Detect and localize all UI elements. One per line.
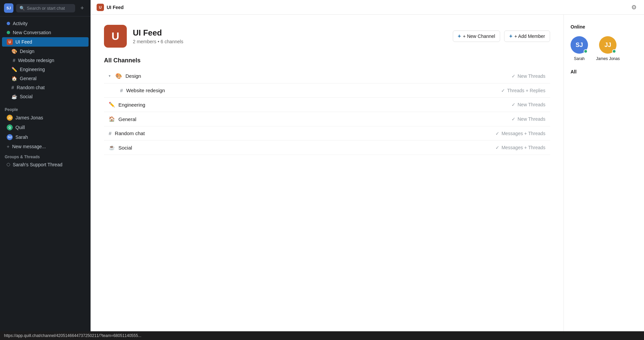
channel-row-design[interactable]: ▾ 🎨 Design ✓ New Threads bbox=[104, 69, 550, 83]
engineering-label: Engineering bbox=[20, 67, 45, 72]
user-avatar[interactable]: SJ bbox=[4, 3, 13, 13]
check-icon: ✓ bbox=[512, 73, 516, 79]
people-section-label: People bbox=[0, 104, 91, 113]
engineering-icon: ✏️ bbox=[11, 67, 17, 72]
channel-left-engineering: ✏️ Engineering bbox=[109, 102, 512, 108]
group-header: U UI Feed 2 members • 6 channels + + New… bbox=[104, 25, 550, 48]
random-chat-notification: ✓ Messages + Threads bbox=[495, 131, 545, 136]
check-icon-wr: ✓ bbox=[501, 88, 505, 93]
general-notification-label: New Threads bbox=[518, 116, 545, 122]
james-online-avatar: JJ bbox=[599, 36, 616, 54]
engineering-notification: ✓ New Threads bbox=[512, 102, 545, 107]
hash-icon: # bbox=[13, 58, 15, 63]
design-notification: ✓ New Threads bbox=[512, 73, 545, 79]
sidebar-item-general[interactable]: 🏠 General bbox=[2, 74, 89, 83]
sarah-online-name: Sarah bbox=[574, 56, 585, 61]
general-icon: 🏠 bbox=[11, 76, 17, 81]
online-user-james: JJ James Jonas bbox=[596, 36, 620, 61]
random-chat-row-name: Random chat bbox=[115, 130, 145, 136]
sarah-online-dot bbox=[584, 49, 588, 53]
new-channel-button[interactable]: + + New Channel bbox=[453, 31, 500, 42]
check-icon-gen: ✓ bbox=[512, 116, 516, 122]
engineering-row-icon: ✏️ bbox=[109, 102, 115, 108]
sidebar-item-design[interactable]: 🎨 Design bbox=[2, 47, 89, 56]
sidebar-top: SJ 🔍 Search or start chat + bbox=[0, 0, 91, 16]
engineering-row-name: Engineering bbox=[118, 102, 145, 108]
new-item-button[interactable]: + bbox=[78, 4, 87, 12]
search-bar[interactable]: 🔍 Search or start chat bbox=[16, 4, 75, 12]
activity-dot bbox=[7, 22, 10, 25]
design-row-name: Design bbox=[125, 73, 141, 79]
general-label: General bbox=[20, 76, 37, 81]
general-row-name: General bbox=[118, 116, 136, 122]
james-jonas-avatar: JJ bbox=[7, 115, 13, 121]
sarah-online-avatar: SJ bbox=[571, 36, 588, 54]
all-channels-title: All Channels bbox=[104, 57, 550, 64]
ui-feed-label: UI Feed bbox=[15, 39, 32, 45]
collapse-design-button[interactable]: ▾ bbox=[109, 74, 112, 78]
ui-feed-icon: U bbox=[7, 39, 13, 45]
channels-section: All Channels ▾ 🎨 Design ✓ New Threads bbox=[104, 57, 550, 155]
social-row-icon: ☕ bbox=[109, 145, 115, 151]
new-message-label: New message... bbox=[12, 144, 46, 149]
sidebar-item-activity[interactable]: Activity bbox=[2, 19, 89, 28]
sidebar-item-random-chat[interactable]: # Random chat bbox=[2, 83, 89, 92]
sidebar-item-sarah[interactable]: SJ Sarah bbox=[2, 132, 89, 142]
sidebar-item-ui-feed[interactable]: U UI Feed bbox=[2, 37, 89, 47]
sidebar-item-new-conversation[interactable]: New Conversation bbox=[2, 28, 89, 37]
james-online-dot bbox=[612, 49, 616, 53]
website-redesign-row-name: Website redesign bbox=[126, 88, 165, 93]
general-notification: ✓ New Threads bbox=[512, 116, 545, 122]
sidebar-nav: Activity New Conversation U UI Feed 🎨 De… bbox=[0, 16, 91, 104]
quill-label: Quill bbox=[15, 125, 25, 130]
social-label: Social bbox=[20, 94, 33, 99]
main-with-right: U UI Feed 2 members • 6 channels + + New… bbox=[91, 15, 644, 340]
group-name: UI Feed bbox=[133, 28, 183, 38]
check-icon-rc: ✓ bbox=[495, 131, 499, 136]
add-member-plus-icon: + bbox=[509, 33, 512, 39]
search-icon: 🔍 bbox=[19, 6, 25, 11]
hash-channel-icon: # bbox=[120, 88, 123, 93]
random-hash-icon: # bbox=[11, 85, 14, 90]
sidebar: SJ 🔍 Search or start chat + Activity New… bbox=[0, 0, 91, 340]
channel-row-social[interactable]: ☕ Social ✓ Messages + Threads bbox=[104, 140, 550, 155]
random-chat-notification-label: Messages + Threads bbox=[501, 131, 545, 136]
design-channel-label: Design bbox=[20, 49, 35, 54]
new-conversation-label: New Conversation bbox=[13, 30, 51, 35]
new-channel-plus-icon: + bbox=[458, 33, 461, 39]
topbar-workspace-icon: U bbox=[97, 4, 104, 11]
content-area: U UI Feed 2 members • 6 channels + + New… bbox=[91, 15, 564, 340]
channel-left-design: ▾ 🎨 Design bbox=[109, 73, 512, 79]
sidebar-item-sarahs-support-thread[interactable]: Sarah's Support Thread bbox=[2, 160, 89, 169]
sarahs-support-thread-label: Sarah's Support Thread bbox=[13, 162, 62, 167]
groups-section: Groups & Threads Sarah's Support Thread bbox=[0, 151, 91, 169]
search-placeholder: Search or start chat bbox=[27, 6, 65, 11]
social-row-name: Social bbox=[118, 145, 132, 151]
sidebar-item-social[interactable]: ☕ Social bbox=[2, 92, 89, 101]
website-redesign-label: Website redesign bbox=[18, 58, 54, 63]
channel-row-random-chat[interactable]: # Random chat ✓ Messages + Threads bbox=[104, 126, 550, 140]
plus-icon: + bbox=[7, 144, 9, 149]
right-panel: Online SJ Sarah JJ James Jonas bbox=[564, 15, 644, 340]
james-jonas-label: James Jonas bbox=[15, 115, 43, 120]
channel-left-website-redesign: # Website redesign bbox=[120, 88, 501, 93]
sidebar-item-quill[interactable]: Q Quill bbox=[2, 123, 89, 132]
check-icon-eng: ✓ bbox=[512, 102, 516, 107]
activity-label: Activity bbox=[13, 21, 28, 26]
add-member-label: + Add Member bbox=[515, 34, 545, 39]
channel-row-website-redesign[interactable]: # Website redesign ✓ Threads + Replies bbox=[104, 83, 550, 98]
sidebar-item-website-redesign[interactable]: # Website redesign bbox=[2, 56, 89, 65]
channel-left-social: ☕ Social bbox=[109, 145, 495, 151]
channel-row-general[interactable]: 🏠 General ✓ New Threads bbox=[104, 112, 550, 126]
sidebar-item-new-message[interactable]: + New message... bbox=[2, 142, 89, 151]
sidebar-item-james-jonas[interactable]: JJ James Jonas bbox=[2, 113, 89, 122]
random-row-icon: # bbox=[109, 130, 111, 136]
sidebar-item-engineering[interactable]: ✏️ Engineering bbox=[2, 65, 89, 74]
settings-button[interactable]: ⚙ bbox=[630, 2, 638, 12]
channel-row-engineering[interactable]: ✏️ Engineering ✓ New Threads bbox=[104, 98, 550, 112]
groups-section-label: Groups & Threads bbox=[0, 151, 91, 160]
add-member-button[interactable]: + + Add Member bbox=[504, 31, 550, 42]
group-info: UI Feed 2 members • 6 channels bbox=[133, 28, 183, 44]
statusbar: https://app.quill.chat/channel/420514664… bbox=[0, 331, 644, 340]
header-actions: + + New Channel + + Add Member bbox=[453, 31, 550, 42]
